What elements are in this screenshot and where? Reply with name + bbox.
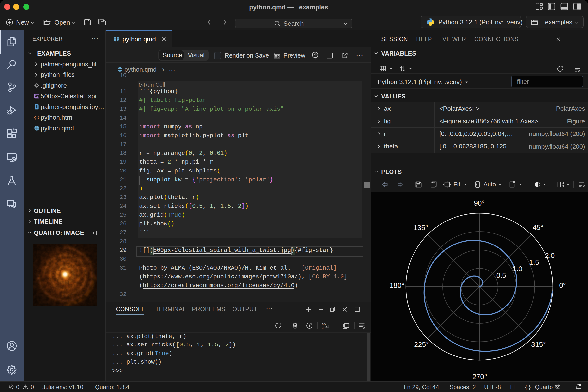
svg-text:0.5: 0.5 [496, 272, 506, 279]
svg-text:315°: 315° [531, 340, 546, 348]
svg-text:1.0: 1.0 [512, 265, 522, 273]
svg-text:135°: 135° [413, 224, 428, 232]
svg-text:1.5: 1.5 [529, 258, 539, 266]
svg-text:0°: 0° [559, 282, 566, 289]
svg-text:90°: 90° [474, 199, 484, 207]
svg-text:2.0: 2.0 [545, 252, 555, 260]
svg-text:270°: 270° [472, 373, 487, 380]
svg-text:c: c [322, 325, 324, 329]
svg-text:225°: 225° [414, 340, 429, 348]
svg-text:180°: 180° [390, 282, 404, 289]
svg-text:45°: 45° [533, 224, 544, 231]
